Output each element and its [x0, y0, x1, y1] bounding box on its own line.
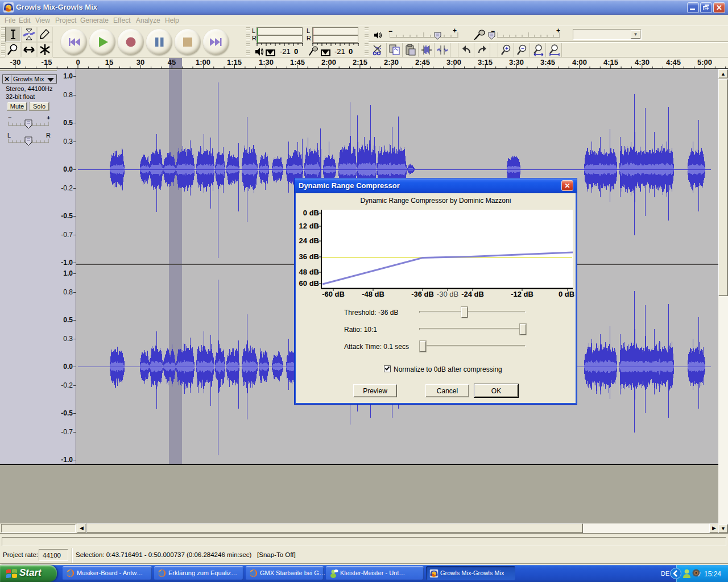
svg-text:60 dB: 60 dB [299, 279, 319, 288]
svg-text:-36 dB: -36 dB [411, 290, 434, 298]
svg-text:-12 dB: -12 dB [511, 290, 533, 298]
svg-text:+: + [47, 115, 50, 121]
svg-text:0 dB: 0 dB [303, 209, 319, 217]
svg-text:-24 dB: -24 dB [461, 290, 484, 298]
svg-text:R: R [46, 132, 51, 139]
svg-text:12 dB: 12 dB [299, 222, 319, 230]
svg-text:−: − [8, 115, 11, 121]
svg-text:48 dB: 48 dB [299, 268, 319, 276]
svg-text:-48 dB: -48 dB [362, 290, 384, 298]
svg-text:-30 dB: -30 dB [437, 290, 458, 298]
svg-text:24 dB: 24 dB [299, 236, 319, 245]
svg-text:36 dB: 36 dB [299, 252, 319, 261]
svg-text:-60 dB: -60 dB [322, 290, 345, 298]
svg-text:0 dB: 0 dB [559, 290, 574, 298]
svg-text:L: L [7, 132, 11, 139]
